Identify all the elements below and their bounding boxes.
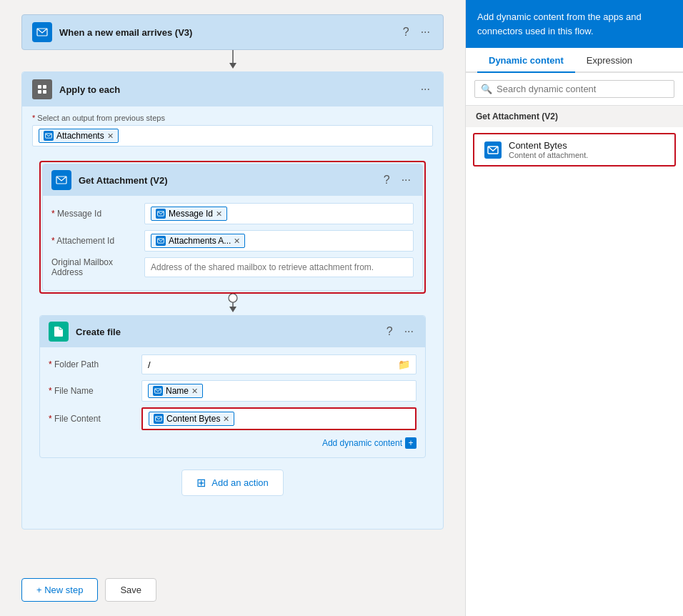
panel-banner: Add dynamic content from the apps and co… <box>466 0 683 48</box>
apply-to-each-body: Select an output from previous steps Att… <box>22 106 443 529</box>
inner-content: Get Attachment (V2) ? ··· Message Id <box>32 154 433 515</box>
attachment-id-input[interactable]: Attachments A... ✕ <box>144 230 414 252</box>
create-file-more-icon[interactable]: ··· <box>402 324 417 339</box>
create-file-block: Create file ? ··· Folder Path / 📁 <box>39 315 426 458</box>
add-dynamic-plus-icon: + <box>405 437 417 449</box>
message-id-tag-label: Message Id <box>169 209 213 219</box>
file-name-close[interactable]: ✕ <box>191 387 198 396</box>
create-file-icon <box>49 322 69 342</box>
search-icon: 🔍 <box>481 84 492 94</box>
message-id-label: Message Id <box>51 209 144 219</box>
file-name-tag-label: Name <box>166 386 189 396</box>
panel-search-area: 🔍 <box>466 73 683 106</box>
folder-path-value: / <box>148 359 151 370</box>
message-id-close[interactable]: ✕ <box>216 209 222 219</box>
message-id-tag[interactable]: Message Id ✕ <box>151 207 227 221</box>
file-name-row: File Name Name ✕ <box>49 380 417 402</box>
tab-expression[interactable]: Expression <box>575 48 644 73</box>
att-id-icon <box>156 236 166 246</box>
add-action-container: ⊞ Add an action <box>39 470 426 496</box>
get-attachment-more-icon[interactable]: ··· <box>399 172 414 188</box>
svg-point-11 <box>229 294 237 302</box>
content-bytes-result-icon <box>484 141 502 159</box>
attachment-id-tag[interactable]: Attachments A... ✕ <box>151 234 245 248</box>
get-attachment-red-border: Get Attachment (V2) ? ··· Message Id <box>39 161 426 294</box>
svg-marker-13 <box>229 307 236 312</box>
add-action-icon: ⊞ <box>196 476 206 490</box>
content-bytes-icon <box>154 414 164 424</box>
svg-rect-5 <box>38 90 41 94</box>
new-step-button[interactable]: + New step <box>21 578 98 602</box>
add-action-button[interactable]: ⊞ Add an action <box>181 470 284 496</box>
tab-dynamic-content[interactable]: Dynamic content <box>477 48 575 73</box>
trigger-block: When a new email arrives (V3) ? ··· <box>21 14 444 50</box>
message-id-input[interactable]: Message Id ✕ <box>144 203 414 224</box>
trigger-more-icon[interactable]: ··· <box>418 24 433 40</box>
get-attachment-body: Message Id Message Id ✕ <box>43 196 422 290</box>
get-attachment-header: Get Attachment (V2) ? ··· <box>43 164 422 196</box>
create-file-help-icon[interactable]: ? <box>384 324 396 339</box>
create-file-title: Create file <box>76 327 384 337</box>
attachments-tag-label: Attachments <box>56 131 104 141</box>
tag-email-icon <box>44 131 54 141</box>
folder-path-row: Folder Path / 📁 <box>49 354 417 374</box>
search-box[interactable]: 🔍 <box>474 80 674 98</box>
file-content-input[interactable]: Content Bytes ✕ <box>141 407 417 430</box>
connector-1 <box>21 50 444 71</box>
get-attachment-help-icon[interactable]: ? <box>381 172 393 188</box>
file-name-icon <box>153 386 163 396</box>
add-dynamic-content-label: Add dynamic content <box>322 438 402 448</box>
mailbox-address-label: Original MailboxAddress <box>51 257 144 277</box>
file-content-label: File Content <box>49 414 141 424</box>
right-panel: Add dynamic content from the apps and co… <box>465 0 683 616</box>
attachment-id-tag-label: Attachments A... <box>169 236 231 246</box>
add-action-label: Add an action <box>211 477 269 488</box>
get-attachment-block: Get Attachment (V2) ? ··· Message Id <box>42 164 423 291</box>
connector-2 <box>39 294 426 315</box>
folder-browse-icon[interactable]: 📁 <box>398 359 410 370</box>
file-content-row: File Content Content Bytes ✕ <box>49 407 417 430</box>
mailbox-address-input[interactable] <box>144 257 414 277</box>
content-bytes-close[interactable]: ✕ <box>223 414 229 424</box>
get-attachment-actions: ? ··· <box>381 172 414 188</box>
attachments-tag-input[interactable]: Attachments ✕ <box>32 125 433 146</box>
attachments-tag-close[interactable]: ✕ <box>107 131 114 141</box>
trigger-actions: ? ··· <box>400 24 433 40</box>
panel-tabs: Dynamic content Expression <box>466 48 683 73</box>
folder-path-label: Folder Path <box>49 359 141 369</box>
attachment-id-row: Attachement Id Attachments A... ✕ <box>51 230 414 252</box>
save-button[interactable]: Save <box>105 578 156 602</box>
folder-path-input[interactable]: / 📁 <box>141 354 417 374</box>
trigger-icon <box>32 22 52 42</box>
apply-more-icon[interactable]: ··· <box>418 81 433 97</box>
attachments-tag[interactable]: Attachments ✕ <box>39 129 119 143</box>
content-bytes-tag[interactable]: Content Bytes ✕ <box>149 412 234 426</box>
message-id-row: Message Id Message Id ✕ <box>51 203 414 224</box>
bottom-bar: + New step Save <box>21 578 156 602</box>
create-file-actions: ? ··· <box>384 324 417 339</box>
file-name-input[interactable]: Name ✕ <box>141 380 417 402</box>
file-name-label: File Name <box>49 386 141 396</box>
content-bytes-result[interactable]: Content Bytes Content of attachment. <box>473 133 676 167</box>
svg-marker-2 <box>229 63 236 69</box>
add-dynamic-content-link[interactable]: Add dynamic content + <box>49 436 417 450</box>
get-attachment-title: Get Attachment (V2) <box>79 175 381 186</box>
create-file-header: Create file ? ··· <box>40 316 425 347</box>
mailbox-address-field[interactable] <box>151 262 407 272</box>
content-bytes-result-desc: Content of attachment. <box>509 151 588 159</box>
panel-section-title: Get Attachment (V2) <box>466 106 683 127</box>
file-name-tag[interactable]: Name ✕ <box>148 384 203 398</box>
trigger-help-icon[interactable]: ? <box>400 24 412 40</box>
apply-to-each-header: Apply to each ··· <box>22 72 443 106</box>
attachment-id-close[interactable]: ✕ <box>234 237 240 246</box>
attachment-id-label: Attachement Id <box>51 236 144 246</box>
search-dynamic-content-input[interactable] <box>497 84 668 94</box>
content-bytes-tag-label: Content Bytes <box>166 414 220 424</box>
svg-rect-4 <box>43 85 46 89</box>
apply-to-each-block: Apply to each ··· Select an output from … <box>21 71 444 530</box>
apply-to-each-icon <box>32 79 52 99</box>
select-output-label: Select an output from previous steps <box>32 114 433 122</box>
apply-to-each-title: Apply to each <box>59 84 418 95</box>
svg-rect-3 <box>38 85 41 89</box>
msg-id-icon <box>156 209 166 219</box>
